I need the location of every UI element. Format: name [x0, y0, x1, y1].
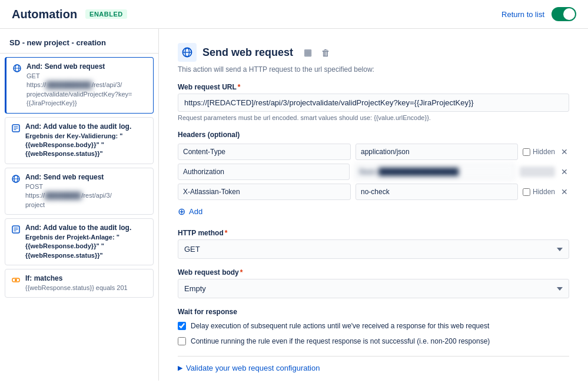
headers-label: Headers (optional) — [178, 131, 569, 139]
http-method-label: HTTP method* — [178, 229, 569, 237]
sidebar-item-4-detail: Ergebnis der Projekt-Anlage: "{{webRespo… — [25, 233, 147, 260]
header-key-1[interactable] — [178, 144, 351, 160]
http-method-select[interactable]: GET POST PUT DELETE PATCH — [178, 239, 569, 259]
wait-label-2: Continue running the rule even if the re… — [191, 336, 490, 347]
header-key-3[interactable] — [178, 184, 351, 200]
header-key-2[interactable] — [178, 164, 350, 180]
svg-point-15 — [15, 279, 17, 281]
sidebar-item-3-title: And: Send web request — [25, 173, 112, 181]
header-remove-1[interactable]: ✕ — [560, 146, 569, 158]
url-label: Web request URL* — [178, 83, 569, 91]
audit-icon-2 — [11, 225, 21, 236]
automation-toggle[interactable] — [552, 7, 576, 21]
url-field-group: Web request URL* Request parameters must… — [178, 83, 569, 121]
body-group: Web request body* Empty Custom data Form… — [178, 268, 569, 298]
header-value-1[interactable] — [356, 144, 518, 160]
sidebar: SD - new project - creation And: Send we… — [0, 29, 159, 381]
audit-icon-1 — [11, 124, 21, 135]
condition-icon — [11, 275, 21, 287]
sidebar-item-audit-log-1[interactable]: And: Add value to the audit log. Ergebni… — [5, 117, 154, 164]
add-header-button[interactable]: ⊕ Add — [178, 204, 202, 219]
add-icon: ⊕ — [178, 206, 185, 217]
section-title: Send web request — [202, 46, 293, 59]
validate-section: ▶ Validate your web request configuratio… — [178, 356, 569, 372]
header-remove-2[interactable]: ✕ — [560, 166, 569, 178]
wait-checkbox-2[interactable] — [178, 337, 186, 345]
sidebar-item-send-web-request-2[interactable]: And: Send web request POSThttps://██████… — [5, 168, 154, 215]
toggle-knob — [563, 8, 575, 20]
return-to-list-link[interactable]: Return to list — [501, 10, 544, 19]
section-icon — [178, 43, 197, 62]
section-subtitle: This action will send a HTTP request to … — [178, 65, 569, 74]
wait-label-1: Delay execution of subsequent rule actio… — [191, 321, 489, 331]
header-row-2: ✕ — [178, 164, 569, 180]
app-header: Automation ENABLED Return to list — [0, 0, 588, 29]
enabled-badge: ENABLED — [85, 9, 127, 19]
header-row-1: Hidden ✕ — [178, 144, 569, 160]
validate-toggle-button[interactable]: ▶ Validate your web request configuratio… — [178, 364, 320, 372]
header-remove-3[interactable]: ✕ — [560, 186, 569, 198]
wait-section: Wait for response Delay execution of sub… — [178, 308, 569, 347]
sidebar-item-2-title: And: Add value to the audit log. — [25, 122, 147, 131]
headers-section: Headers (optional) Hidden ✕ — [178, 131, 569, 219]
body-label: Web request body* — [178, 268, 569, 277]
wait-option-1-row: Delay execution of subsequent rule actio… — [178, 321, 569, 331]
sidebar-item-3-detail: POSThttps://████████/rest/api/3/project — [25, 182, 112, 209]
sidebar-item-if-matches[interactable]: If: matches {{webResponse.status}} equal… — [5, 269, 154, 298]
wait-label: Wait for response — [178, 308, 569, 316]
wait-checkbox-1[interactable] — [178, 322, 186, 330]
validate-chevron-icon: ▶ — [178, 364, 182, 372]
header-row-3: Hidden ✕ — [178, 184, 569, 200]
sidebar-project-title: SD - new project - creation — [0, 34, 158, 54]
url-input[interactable] — [178, 94, 569, 112]
header-hidden-checkbox-3[interactable] — [523, 188, 530, 196]
sidebar-item-1-detail: GEThttps://██████████/rest/api/3/project… — [26, 72, 132, 108]
sidebar-item-5-detail: {{webResponse.status}} equals 201 — [25, 284, 128, 292]
sidebar-item-5-title: If: matches — [25, 274, 128, 282]
web-request-icon-2 — [11, 174, 21, 185]
copy-button[interactable]: ▦ — [301, 46, 314, 59]
sidebar-item-4-title: And: Add value to the audit log. — [25, 224, 147, 232]
header-value-3[interactable] — [356, 184, 518, 200]
header-hidden-checkbox-1[interactable] — [523, 148, 530, 156]
delete-button[interactable]: 🗑 — [319, 46, 333, 59]
url-hint: Request parameters must be url encoded. … — [178, 114, 569, 121]
sidebar-item-send-web-request-1[interactable]: And: Send web request GEThttps://███████… — [5, 57, 154, 114]
http-method-group: HTTP method* GET POST PUT DELETE PATCH — [178, 229, 569, 259]
wait-option-2-row: Continue running the rule even if the re… — [178, 336, 569, 347]
header-value-2[interactable] — [354, 164, 516, 180]
sidebar-item-2-detail: Ergebnis der Key-Validierung: "{{webResp… — [25, 132, 147, 159]
app-title: Automation — [12, 8, 77, 21]
sidebar-item-1-title: And: Send web request — [26, 62, 132, 71]
body-select[interactable]: Empty Custom data Form parameters — [178, 279, 569, 298]
sidebar-item-audit-log-2[interactable]: And: Add value to the audit log. Ergebni… — [5, 218, 154, 265]
section-header: Send web request ▦ 🗑 — [178, 43, 569, 62]
web-request-icon — [12, 64, 22, 75]
main-content: Send web request ▦ 🗑 This action will se… — [159, 29, 588, 381]
